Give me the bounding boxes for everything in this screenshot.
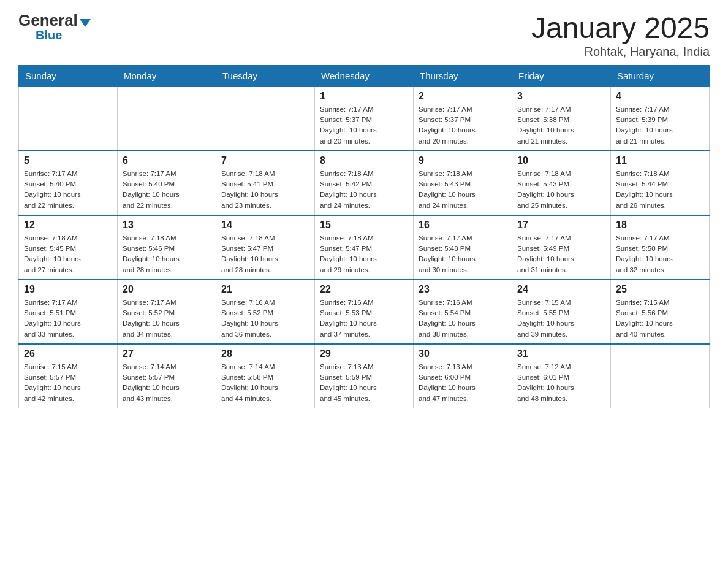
day-cell: 10Sunrise: 7:18 AMSunset: 5:43 PMDayligh… [512, 151, 611, 215]
day-cell: 13Sunrise: 7:18 AMSunset: 5:46 PMDayligh… [118, 215, 216, 280]
day-number: 12 [24, 220, 112, 231]
day-cell [19, 86, 118, 151]
day-number: 19 [24, 284, 112, 295]
day-info: Sunrise: 7:13 AMSunset: 5:59 PMDaylight:… [320, 362, 408, 404]
day-cell: 30Sunrise: 7:13 AMSunset: 6:00 PMDayligh… [414, 344, 512, 408]
day-cell: 16Sunrise: 7:17 AMSunset: 5:48 PMDayligh… [414, 215, 512, 280]
week-row-2: 5Sunrise: 7:17 AMSunset: 5:40 PMDaylight… [19, 151, 710, 215]
day-number: 13 [123, 220, 211, 231]
day-number: 4 [616, 91, 704, 102]
day-cell: 28Sunrise: 7:14 AMSunset: 5:58 PMDayligh… [216, 344, 315, 408]
day-number: 21 [221, 284, 309, 295]
day-info: Sunrise: 7:18 AMSunset: 5:47 PMDaylight:… [221, 233, 309, 275]
day-cell: 17Sunrise: 7:17 AMSunset: 5:49 PMDayligh… [512, 215, 611, 280]
header-sunday: Sunday [19, 65, 118, 86]
day-info: Sunrise: 7:18 AMSunset: 5:44 PMDaylight:… [616, 169, 704, 211]
day-cell: 19Sunrise: 7:17 AMSunset: 5:51 PMDayligh… [19, 280, 118, 344]
day-info: Sunrise: 7:17 AMSunset: 5:40 PMDaylight:… [24, 169, 112, 211]
week-row-1: 1Sunrise: 7:17 AMSunset: 5:37 PMDaylight… [19, 86, 710, 151]
logo-line1: General [18, 12, 91, 28]
calendar-subtitle: Rohtak, Haryana, India [531, 45, 710, 59]
day-number: 26 [24, 348, 112, 359]
day-info: Sunrise: 7:15 AMSunset: 5:55 PMDaylight:… [517, 297, 605, 340]
header-saturday: Saturday [611, 65, 710, 86]
calendar-table: Sunday Monday Tuesday Wednesday Thursday… [18, 65, 710, 408]
day-info: Sunrise: 7:17 AMSunset: 5:50 PMDaylight:… [616, 233, 704, 275]
day-info: Sunrise: 7:18 AMSunset: 5:42 PMDaylight:… [320, 169, 408, 211]
day-cell: 9Sunrise: 7:18 AMSunset: 5:43 PMDaylight… [414, 151, 512, 215]
header-tuesday: Tuesday [216, 65, 315, 86]
day-info: Sunrise: 7:18 AMSunset: 5:45 PMDaylight:… [24, 233, 112, 275]
day-cell: 29Sunrise: 7:13 AMSunset: 5:59 PMDayligh… [315, 344, 414, 408]
day-number: 7 [221, 155, 309, 166]
day-number: 30 [419, 348, 507, 359]
day-info: Sunrise: 7:13 AMSunset: 6:00 PMDaylight:… [419, 362, 507, 404]
day-number: 18 [616, 220, 704, 231]
day-number: 25 [616, 284, 704, 295]
day-info: Sunrise: 7:18 AMSunset: 5:47 PMDaylight:… [320, 233, 408, 275]
day-cell [611, 344, 710, 408]
logo-triangle-icon [80, 19, 91, 27]
day-number: 31 [517, 348, 605, 359]
page-header: General Blue January 2025 Rohtak, Haryan… [18, 12, 710, 59]
day-cell: 5Sunrise: 7:17 AMSunset: 5:40 PMDaylight… [19, 151, 118, 215]
day-cell: 11Sunrise: 7:18 AMSunset: 5:44 PMDayligh… [611, 151, 710, 215]
day-number: 17 [517, 220, 605, 231]
day-number: 2 [419, 91, 507, 102]
day-cell: 23Sunrise: 7:16 AMSunset: 5:54 PMDayligh… [414, 280, 512, 344]
day-cell: 18Sunrise: 7:17 AMSunset: 5:50 PMDayligh… [611, 215, 710, 280]
day-info: Sunrise: 7:17 AMSunset: 5:37 PMDaylight:… [320, 104, 408, 147]
day-info: Sunrise: 7:18 AMSunset: 5:43 PMDaylight:… [419, 169, 507, 211]
day-number: 27 [123, 348, 211, 359]
day-number: 29 [320, 348, 408, 359]
day-info: Sunrise: 7:16 AMSunset: 5:52 PMDaylight:… [221, 297, 309, 340]
day-cell: 21Sunrise: 7:16 AMSunset: 5:52 PMDayligh… [216, 280, 315, 344]
day-number: 10 [517, 155, 605, 166]
day-info: Sunrise: 7:17 AMSunset: 5:48 PMDaylight:… [419, 233, 507, 275]
day-number: 9 [419, 155, 507, 166]
day-cell [118, 86, 216, 151]
day-number: 15 [320, 220, 408, 231]
day-cell: 14Sunrise: 7:18 AMSunset: 5:47 PMDayligh… [216, 215, 315, 280]
day-number: 1 [320, 91, 408, 102]
day-info: Sunrise: 7:15 AMSunset: 5:57 PMDaylight:… [24, 362, 112, 404]
day-info: Sunrise: 7:17 AMSunset: 5:49 PMDaylight:… [517, 233, 605, 275]
day-info: Sunrise: 7:18 AMSunset: 5:46 PMDaylight:… [123, 233, 211, 275]
day-cell: 2Sunrise: 7:17 AMSunset: 5:37 PMDaylight… [414, 86, 512, 151]
header-monday: Monday [118, 65, 216, 86]
day-cell: 25Sunrise: 7:15 AMSunset: 5:56 PMDayligh… [611, 280, 710, 344]
day-cell: 8Sunrise: 7:18 AMSunset: 5:42 PMDaylight… [315, 151, 414, 215]
calendar-title: January 2025 [531, 12, 710, 45]
day-number: 11 [616, 155, 704, 166]
day-info: Sunrise: 7:17 AMSunset: 5:38 PMDaylight:… [517, 104, 605, 147]
week-row-3: 12Sunrise: 7:18 AMSunset: 5:45 PMDayligh… [19, 215, 710, 280]
day-info: Sunrise: 7:16 AMSunset: 5:54 PMDaylight:… [419, 297, 507, 340]
week-row-4: 19Sunrise: 7:17 AMSunset: 5:51 PMDayligh… [19, 280, 710, 344]
title-block: January 2025 Rohtak, Haryana, India [531, 12, 710, 59]
day-cell: 15Sunrise: 7:18 AMSunset: 5:47 PMDayligh… [315, 215, 414, 280]
day-cell: 4Sunrise: 7:17 AMSunset: 5:39 PMDaylight… [611, 86, 710, 151]
day-info: Sunrise: 7:12 AMSunset: 6:01 PMDaylight:… [517, 362, 605, 404]
day-cell: 7Sunrise: 7:18 AMSunset: 5:41 PMDaylight… [216, 151, 315, 215]
day-number: 14 [221, 220, 309, 231]
day-info: Sunrise: 7:18 AMSunset: 5:41 PMDaylight:… [221, 169, 309, 211]
day-number: 3 [517, 91, 605, 102]
day-info: Sunrise: 7:14 AMSunset: 5:57 PMDaylight:… [123, 362, 211, 404]
day-cell: 12Sunrise: 7:18 AMSunset: 5:45 PMDayligh… [19, 215, 118, 280]
day-cell: 20Sunrise: 7:17 AMSunset: 5:52 PMDayligh… [118, 280, 216, 344]
day-cell: 27Sunrise: 7:14 AMSunset: 5:57 PMDayligh… [118, 344, 216, 408]
header-thursday: Thursday [414, 65, 512, 86]
day-cell [216, 86, 315, 151]
day-number: 24 [517, 284, 605, 295]
day-cell: 22Sunrise: 7:16 AMSunset: 5:53 PMDayligh… [315, 280, 414, 344]
day-cell: 6Sunrise: 7:17 AMSunset: 5:40 PMDaylight… [118, 151, 216, 215]
day-number: 22 [320, 284, 408, 295]
day-number: 20 [123, 284, 211, 295]
day-info: Sunrise: 7:17 AMSunset: 5:51 PMDaylight:… [24, 297, 112, 340]
day-info: Sunrise: 7:17 AMSunset: 5:40 PMDaylight:… [123, 169, 211, 211]
day-cell: 26Sunrise: 7:15 AMSunset: 5:57 PMDayligh… [19, 344, 118, 408]
day-info: Sunrise: 7:15 AMSunset: 5:56 PMDaylight:… [616, 297, 704, 340]
day-number: 8 [320, 155, 408, 166]
header-row: Sunday Monday Tuesday Wednesday Thursday… [19, 65, 710, 86]
day-number: 28 [221, 348, 309, 359]
